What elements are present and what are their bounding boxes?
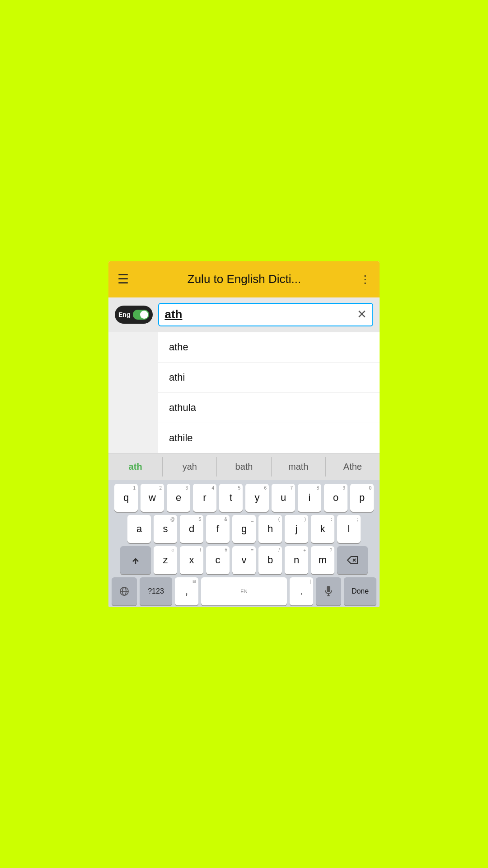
key-w[interactable]: 2w [141,484,164,512]
more-icon[interactable]: ⋮ [360,273,371,286]
shift-key[interactable] [120,546,151,574]
suggestion-item[interactable]: athe [158,332,380,363]
key-s[interactable]: @s [154,515,177,543]
key-n[interactable]: +n [285,546,308,574]
phone-container: ☰ Zulu to English Dicti... ⋮ Eng ath ✕ a… [108,261,380,607]
key-comma[interactable]: ⊟, [175,577,198,605]
keyboard-row-2: a @s $d &f _g (h )j :k ;l [110,515,378,543]
app-title: Zulu to English Dicti... [138,272,351,286]
autocomplete-item-math[interactable]: math [272,457,326,476]
suggestion-item[interactable]: athi [158,363,380,393]
globe-key[interactable] [112,577,137,605]
key-y[interactable]: 6y [245,484,269,512]
suggestions-dropdown: athe athi athula athile [158,332,380,453]
key-j[interactable]: )j [285,515,308,543]
key-d[interactable]: $d [180,515,203,543]
key-e[interactable]: 3e [167,484,190,512]
key-o[interactable]: 9o [324,484,347,512]
key-u[interactable]: 7u [272,484,295,512]
search-row: Eng ath ✕ [108,297,380,332]
language-toggle[interactable]: Eng [115,306,153,324]
num-key[interactable]: ?123 [140,577,172,605]
key-b[interactable]: /b [258,546,282,574]
key-k[interactable]: :k [311,515,334,543]
menu-icon[interactable]: ☰ [117,272,129,287]
key-a[interactable]: a [127,515,151,543]
key-t[interactable]: 5t [219,484,243,512]
key-v[interactable]: =v [232,546,256,574]
key-g[interactable]: _g [232,515,256,543]
key-i[interactable]: 8i [298,484,321,512]
autocomplete-item-yah[interactable]: yah [163,457,217,476]
keyboard: 1q 2w 3e 4r 5t 6y 7u 8i 9o 0p a @s $d &f… [108,480,380,607]
toggle-switch[interactable] [133,310,149,320]
autocomplete-bar: ath yah bath math Athe [108,453,380,480]
keyboard-row-3: ☺z !x #c =v /b +n ?m [110,546,378,574]
key-q[interactable]: 1q [114,484,138,512]
autocomplete-item-ath[interactable]: ath [108,457,163,476]
suggestion-item[interactable]: athula [158,393,380,423]
suggestion-item[interactable]: athile [158,423,380,453]
svg-rect-6 [327,586,330,592]
key-z[interactable]: ☺z [154,546,177,574]
key-m[interactable]: ?m [311,546,334,574]
top-bar: ☰ Zulu to English Dicti... ⋮ [108,261,380,297]
keyboard-row-1: 1q 2w 3e 4r 5t 6y 7u 8i 9o 0p [110,484,378,512]
key-period[interactable]: |. [290,577,313,605]
space-key[interactable]: EN [201,577,287,605]
clear-icon[interactable]: ✕ [357,307,367,321]
keyboard-row-4: ?123 ⊟, EN |. Done [110,577,378,605]
key-x[interactable]: !x [180,546,203,574]
mic-key[interactable] [316,577,341,605]
key-f[interactable]: &f [206,515,230,543]
toggle-knob [140,311,148,319]
autocomplete-item-athe[interactable]: Athe [326,457,380,476]
key-r[interactable]: 4r [193,484,216,512]
key-c[interactable]: #c [206,546,230,574]
search-box[interactable]: ath ✕ [158,303,373,326]
autocomplete-item-bath[interactable]: bath [217,457,271,476]
key-h[interactable]: (h [258,515,282,543]
key-l[interactable]: ;l [337,515,361,543]
lang-label: Eng [118,311,130,318]
key-p[interactable]: 0p [350,484,374,512]
search-input[interactable]: ath [164,307,357,321]
backspace-key[interactable] [337,546,368,574]
done-key[interactable]: Done [344,577,376,605]
